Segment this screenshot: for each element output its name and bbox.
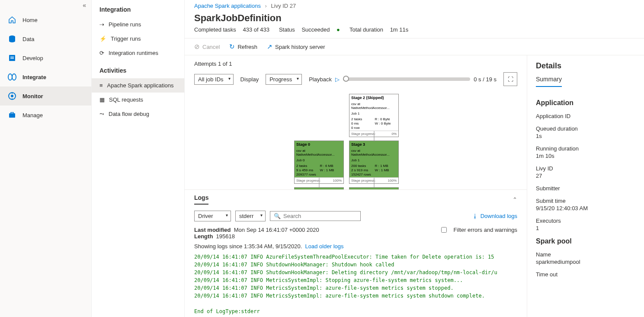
download-logs-button[interactable]: ⭳Download logs — [472, 213, 517, 219]
logs-panel: Logs ⌃ Driver stderr 🔍 ⭳Download log — [185, 189, 527, 317]
page-header: SparkJobDefinition Completed tasks 433 o… — [185, 12, 644, 38]
spark-icon: ≡ — [99, 82, 103, 89]
display-select[interactable]: Progress — [266, 74, 302, 85]
dag-graph[interactable]: Stage 2 (Skipped) csv at NativeMethodAcc… — [185, 91, 527, 189]
breadcrumb-parent[interactable]: Apache Spark applications — [194, 3, 261, 9]
stage-3[interactable]: Stage 3 csv at NativeMethodAccessor... J… — [349, 141, 399, 184]
page-title: SparkJobDefinition — [194, 13, 634, 24]
nav-item-data[interactable]: Data — [0, 29, 91, 48]
svg-point-5 — [12, 74, 16, 80]
summary-tab[interactable]: Summary — [536, 76, 562, 87]
cancel-button: ⊘Cancel — [194, 43, 220, 51]
nav-item-integrate[interactable]: Integrate — [0, 67, 91, 86]
attempts-label: Attempts 1 of 1 — [194, 61, 232, 67]
subnav-heading-activities: Activities — [92, 64, 184, 78]
sql-icon: ▦ — [99, 96, 105, 103]
develop-icon — [8, 54, 16, 62]
runtime-icon: ⟳ — [99, 50, 104, 56]
filter-errors-checkbox[interactable]: Filter errors and warnings — [441, 227, 517, 233]
breadcrumb-current: Livy ID 27 — [271, 3, 296, 9]
subnav-spark-applications[interactable]: ≡Apache Spark applications — [92, 78, 184, 93]
spark-pool-heading: Spark pool — [536, 237, 635, 245]
subnav-pipeline-runs[interactable]: ⇢Pipeline runs — [92, 17, 184, 32]
nav-label: Integrate — [22, 74, 46, 80]
subnav-sql-requests[interactable]: ▦SQL requests — [92, 93, 184, 107]
monitor-icon — [8, 92, 16, 100]
refresh-button[interactable]: ↻Refresh — [229, 43, 257, 51]
subnav-heading-integration: Integration — [92, 3, 184, 17]
nav-item-manage[interactable]: Manage — [0, 106, 91, 125]
fullscreen-button[interactable]: ⛶ — [503, 72, 517, 86]
manage-icon — [8, 111, 16, 119]
breadcrumb: Apache Spark applications › Livy ID 27 — [185, 0, 644, 12]
load-older-logs-link[interactable]: Load older logs — [305, 243, 344, 250]
history-server-button[interactable]: ↗Spark history server — [267, 43, 325, 51]
svg-point-7 — [11, 95, 13, 97]
integrate-icon — [8, 73, 16, 81]
jobid-select[interactable]: All job IDs — [194, 74, 234, 85]
svg-rect-3 — [10, 58, 14, 59]
log-output: 20/09/14 16:41:07 INFO AzureFileSystemTh… — [185, 251, 527, 317]
sub-nav: Integration ⇢Pipeline runs ⚡Trigger runs… — [92, 0, 185, 317]
playback-slider[interactable] — [343, 77, 470, 81]
stage-2[interactable]: Stage 2 (Skipped) csv at NativeMethodAcc… — [349, 94, 399, 137]
nav-item-develop[interactable]: Develop — [0, 48, 91, 67]
svg-point-4 — [8, 74, 12, 80]
pipeline-icon: ⇢ — [99, 21, 104, 28]
debug-icon: ⤳ — [99, 111, 104, 117]
trigger-icon: ⚡ — [99, 35, 106, 42]
subnav-trigger-runs[interactable]: ⚡Trigger runs — [92, 32, 184, 46]
nav-label: Data — [22, 36, 34, 42]
subnav-integration-runtimes[interactable]: ⟳Integration runtimes — [92, 46, 184, 60]
details-title: Details — [536, 61, 635, 70]
home-icon — [8, 16, 16, 24]
cancel-icon: ⊘ — [194, 43, 200, 51]
nav-item-home[interactable]: Home — [0, 10, 91, 29]
toolbar: ⊘Cancel ↻Refresh ↗Spark history server — [185, 38, 644, 55]
application-heading: Application — [536, 99, 635, 107]
nav-item-monitor[interactable]: Monitor — [0, 86, 91, 106]
log-stream-select[interactable]: stderr — [235, 211, 266, 221]
primary-nav: « Home Data Develop Integrate Monitor Ma… — [0, 0, 92, 317]
play-icon[interactable]: ▷ — [335, 76, 340, 83]
logs-tab[interactable]: Logs — [194, 194, 208, 205]
subnav-data-flow-debug[interactable]: ⤳Data flow debug — [92, 107, 184, 121]
nav-label: Monitor — [22, 93, 43, 99]
download-icon: ⭳ — [472, 213, 478, 219]
stage-0[interactable]: Stage 0 csv at NativeMethodAccessor... J… — [294, 141, 344, 184]
refresh-icon: ↻ — [229, 43, 235, 51]
nav-label: Manage — [22, 112, 43, 118]
collapse-logs-icon[interactable]: ⌃ — [513, 196, 517, 203]
external-link-icon: ↗ — [267, 43, 272, 51]
svg-rect-2 — [10, 57, 14, 58]
details-panel: Details Summary Application Application … — [527, 55, 644, 317]
log-source-select[interactable]: Driver — [194, 211, 231, 221]
search-icon: 🔍 — [274, 213, 281, 219]
nav-collapse-button[interactable]: « — [0, 0, 91, 10]
log-search-input[interactable]: 🔍 — [270, 211, 361, 221]
svg-rect-8 — [9, 113, 15, 118]
nav-label: Develop — [22, 55, 43, 61]
success-icon: ● — [336, 26, 340, 33]
nav-label: Home — [22, 17, 38, 23]
database-icon — [8, 35, 16, 43]
